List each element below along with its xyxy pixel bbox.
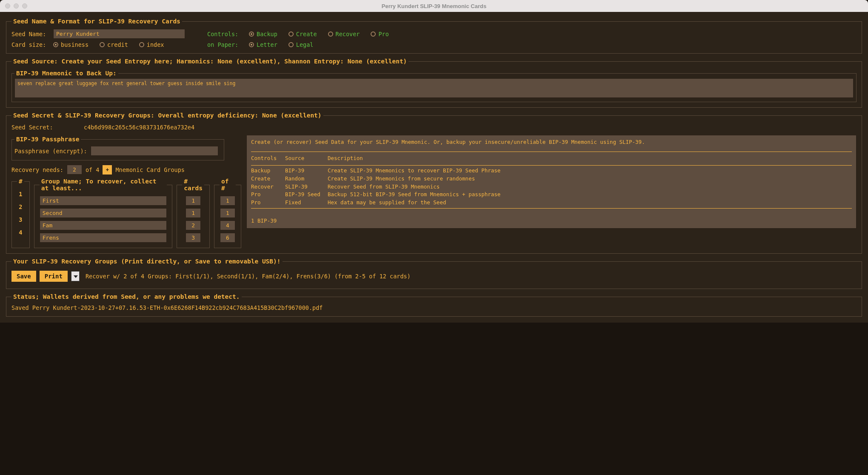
group-name-column: Group Name; To recover, collect at least… (34, 178, 173, 248)
seed-secret-label: Seed Secret: (11, 124, 71, 131)
group-index-legend: # (17, 178, 24, 185)
group-cards-input[interactable] (186, 196, 201, 206)
group-of-input[interactable] (220, 220, 235, 230)
info-th-desc: Description (328, 153, 852, 164)
window-title: Perry Kundert SLIP-39 Mnemonic Cards (0, 3, 868, 9)
info-panel: Create (or recover) Seed Data for your S… (246, 135, 857, 229)
bip39-mnemonic-legend: BIP-39 Mnemonic to Back Up: (14, 70, 118, 77)
seed-name-format-legend: Seed Name & Format for SLIP-39 Recovery … (11, 18, 182, 25)
group-index: 3 (19, 215, 22, 225)
card-size-business-radio[interactable]: business (53, 41, 89, 48)
seed-source-section: Seed Source: Create your Seed Entropy he… (6, 58, 862, 108)
paper-letter-radio[interactable]: Letter (249, 41, 277, 48)
group-of-legend: of # (220, 178, 236, 192)
group-cards-input[interactable] (186, 233, 201, 243)
group-of-input[interactable] (220, 196, 235, 206)
status-legend: Status; Wallets derived from Seed, or an… (11, 293, 242, 300)
group-index: 2 (19, 202, 22, 212)
seed-name-label: Seed Name: (11, 31, 50, 37)
controls-backup-radio[interactable]: Backup (249, 31, 277, 37)
add-group-button[interactable]: + (103, 165, 112, 175)
group-cards-column: # cards (177, 178, 210, 248)
seed-secret-section: Seed Secret & SLIP-39 Recovery Groups: O… (6, 112, 862, 254)
bip39-passphrase-fieldset: BIP-39 Passphrase Passphrase (encrypt): (11, 136, 224, 160)
bip39-passphrase-legend: BIP-39 Passphrase (14, 136, 81, 143)
group-name-input[interactable] (40, 196, 167, 206)
print-button[interactable]: Print (40, 271, 68, 282)
recovery-needs-input[interactable] (67, 165, 82, 175)
group-cards-input[interactable] (186, 220, 201, 230)
info-th-source: Source (285, 153, 328, 164)
recovery-needs-label: Recovery needs: (11, 166, 63, 173)
status-section: Status; Wallets derived from Seed, or an… (6, 293, 862, 317)
paper-legal-radio[interactable]: Legal (288, 41, 314, 48)
on-paper-label: on Paper: (207, 41, 246, 48)
save-button[interactable]: Save (11, 271, 36, 282)
mnemonic-groups-label: Mnemonic Card Groups (115, 166, 185, 173)
card-size-credit-radio[interactable]: credit (100, 41, 128, 48)
group-of-input[interactable] (220, 233, 235, 243)
print-options-dropdown[interactable] (71, 271, 80, 281)
seed-secret-legend: Seed Secret & SLIP-39 Recovery Groups: O… (11, 112, 323, 119)
info-row: RecoverSLIP-39Recover Seed from SLIP-39 … (251, 183, 852, 191)
group-cards-input[interactable] (186, 208, 201, 218)
group-index: 1 (19, 189, 22, 199)
passphrase-label: Passphrase (encrypt): (14, 148, 87, 155)
status-text: Saved Perry Kundert-2023-10-27+07.16.53-… (11, 304, 857, 311)
recovery-groups-output-section: Your SLIP-39 Recovery Groups (Print dire… (6, 258, 862, 289)
group-of-column: of # (214, 178, 241, 248)
group-name-input[interactable] (40, 233, 167, 243)
card-size-label: Card size: (11, 41, 50, 48)
info-row: ProFixedHex data may be supplied for the… (251, 199, 852, 207)
controls-pro-radio[interactable]: Pro (371, 31, 388, 37)
seed-secret-value: c4b6d998c265c56c983731676ea732e4 (84, 124, 194, 131)
card-size-index-radio[interactable]: index (139, 41, 164, 48)
seed-name-format-section: Seed Name & Format for SLIP-39 Recovery … (6, 18, 862, 54)
group-name-input[interactable] (40, 220, 167, 230)
info-intro: Create (or recover) Seed Data for your S… (251, 139, 852, 146)
group-name-input[interactable] (40, 208, 167, 218)
seed-name-input[interactable] (53, 29, 185, 39)
controls-label: Controls: (207, 31, 246, 37)
group-cards-legend: # cards (182, 178, 204, 192)
window-titlebar: Perry Kundert SLIP-39 Mnemonic Cards (0, 0, 868, 12)
controls-recover-radio[interactable]: Recover (328, 31, 360, 37)
info-th-controls: Controls (251, 153, 285, 164)
info-row: BackupBIP-39Create SLIP-39 Mnemonics to … (251, 167, 852, 175)
recovery-summary: Recover w/ 2 of 4 Groups: First(1/1), Se… (86, 273, 411, 280)
group-of-input[interactable] (220, 208, 235, 218)
bip39-mnemonic-fieldset: BIP-39 Mnemonic to Back Up: seven replac… (11, 70, 857, 102)
group-index-column: # 1234 (11, 178, 30, 248)
info-row: ProBIP-39 SeedBackup 512-bit BIP-39 Seed… (251, 191, 852, 199)
info-table: Controls Source Description (251, 153, 852, 164)
recovery-of-label: of 4 (86, 166, 100, 173)
passphrase-input[interactable] (91, 146, 218, 156)
recovery-groups-output-legend: Your SLIP-39 Recovery Groups (Print dire… (11, 258, 283, 265)
controls-create-radio[interactable]: Create (288, 31, 317, 37)
group-name-legend: Group Name; To recover, collect at least… (40, 178, 167, 192)
group-index: 4 (19, 227, 22, 238)
info-footer: 1 BIP-39 (251, 213, 852, 225)
info-row: CreateRandomCreate SLIP-39 Mnemonics fro… (251, 175, 852, 183)
bip39-mnemonic-input[interactable]: seven replace great luggage fox rent gen… (14, 78, 854, 98)
seed-source-legend: Seed Source: Create your Seed Entropy he… (11, 58, 408, 65)
